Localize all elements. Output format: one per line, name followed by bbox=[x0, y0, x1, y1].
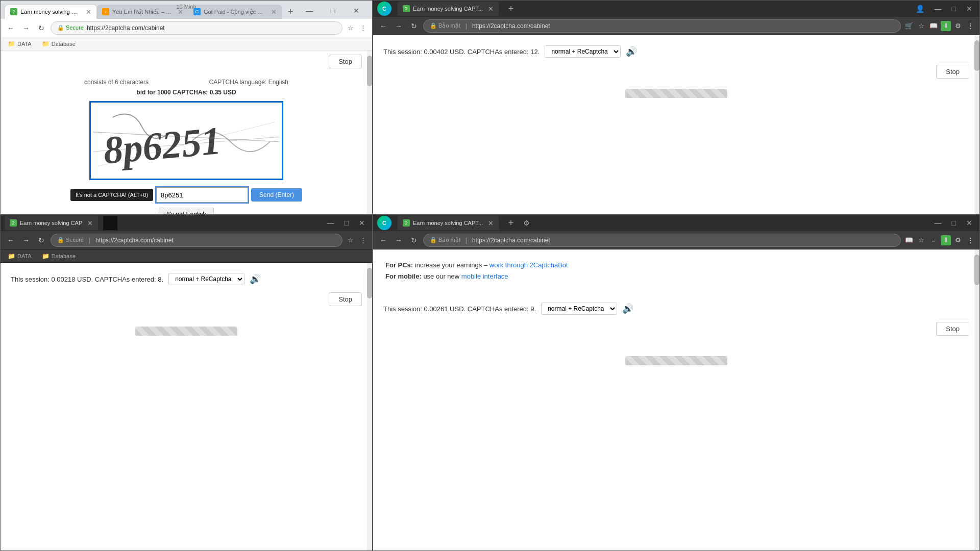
tab-close-q3[interactable]: ✕ bbox=[87, 219, 93, 227]
tab-close-q2[interactable]: ✕ bbox=[488, 5, 494, 13]
new-tab-q2[interactable]: + bbox=[504, 2, 518, 16]
forward-btn-q1[interactable]: → bbox=[20, 22, 32, 34]
not-captcha-btn[interactable]: It's not a CAPTCHA! (ALT+0) bbox=[70, 189, 153, 201]
nav-bar-q3: ← → ↻ 🔒 Secure | https://2captcha.com/ca… bbox=[1, 231, 372, 249]
send-btn[interactable]: Send (Enter) bbox=[251, 188, 302, 202]
stop-btn-q1-top[interactable]: Stop bbox=[329, 55, 362, 68]
bookmark-database-q3[interactable]: 📁 Database bbox=[39, 252, 79, 261]
minimize-q3[interactable]: — bbox=[324, 218, 337, 228]
scrollbar-q4[interactable] bbox=[974, 249, 979, 550]
more-icon-q4[interactable]: ≡ bbox=[928, 235, 939, 245]
tab-label-q1-2: Yêu Em Rất Nhiều – H... bbox=[112, 9, 173, 15]
star-icon-q4[interactable]: ☆ bbox=[916, 235, 926, 245]
tab-q3[interactable]: 2 Earn money solving CAP ✕ bbox=[5, 216, 98, 230]
reload-btn-q1[interactable]: ↻ bbox=[35, 22, 47, 34]
minimize-q2[interactable]: — bbox=[932, 4, 945, 14]
url-bar-q3[interactable]: 🔒 Secure | https://2captcha.com/cabinet bbox=[51, 234, 342, 247]
2captchabot-link[interactable]: work through 2CaptchaBot bbox=[489, 261, 568, 269]
star-icon-q1[interactable]: ☆ bbox=[346, 23, 356, 33]
menu-icon-q2[interactable]: ⋮ bbox=[965, 21, 975, 31]
session-dropdown-q3[interactable]: normal + ReCaptcha bbox=[168, 273, 244, 285]
tab-earn-money-q1[interactable]: 2 Earn money solving CAP ✕ bbox=[5, 5, 97, 19]
tab-label-q1-3: Got Paid - Công việc ca... bbox=[204, 9, 266, 15]
secure-icon-q1: 🔒 Secure bbox=[57, 24, 84, 31]
forward-btn-q2[interactable]: → bbox=[393, 20, 405, 32]
mobile-interface-link[interactable]: mobile interface bbox=[461, 272, 508, 280]
nav-bar-q4: ← → ↻ 🔒 Bảo mật | https://2captcha.com/c… bbox=[373, 231, 979, 249]
captcha-input[interactable] bbox=[156, 187, 248, 203]
menu-icon-q4[interactable]: ⋮ bbox=[965, 235, 975, 245]
tab-black-q3[interactable] bbox=[103, 216, 117, 230]
settings-icon-q2[interactable]: ⚙ bbox=[953, 21, 963, 31]
for-mobile-label: For mobile: bbox=[385, 272, 422, 280]
close-q2[interactable]: ✕ bbox=[963, 4, 975, 14]
tab-got-paid-q1[interactable]: G Got Paid - Công việc ca... ✕ bbox=[188, 5, 282, 19]
tab-favicon-q4: 2 bbox=[403, 219, 410, 227]
forward-btn-q3[interactable]: → bbox=[20, 234, 32, 246]
bookmark-icon-q4[interactable]: 📖 bbox=[904, 235, 914, 245]
speaker-icon-q4[interactable]: 🔊 bbox=[622, 303, 633, 314]
tab-yeu-em-q1[interactable]: ♪ Yêu Em Rất Nhiều – H... ✕ bbox=[97, 5, 188, 19]
close-q4[interactable]: ✕ bbox=[963, 218, 975, 228]
win-controls-q3: — □ ✕ bbox=[324, 218, 368, 228]
new-tab-q4[interactable]: + bbox=[504, 216, 518, 230]
back-btn-q1[interactable]: ← bbox=[5, 22, 17, 34]
bookmark-database-q1[interactable]: 📁 Database bbox=[39, 39, 79, 48]
scrollbar-q2[interactable] bbox=[974, 35, 979, 214]
tab-close-q1-3[interactable]: ✕ bbox=[271, 8, 277, 16]
url-text-q3: https://2captcha.com/cabinet bbox=[95, 237, 174, 244]
speaker-icon-q2[interactable]: 🔊 bbox=[626, 46, 637, 57]
session-dropdown-q4[interactable]: normal + ReCaptcha bbox=[541, 303, 617, 315]
bookmarks-bar-q1: 📁 DATA 📁 Database bbox=[1, 37, 372, 51]
maximize-btn-q1[interactable]: □ bbox=[321, 3, 345, 19]
title-bar-q2: C 2 Earn money solving CAPT... ✕ + 👤 — □… bbox=[373, 1, 979, 17]
close-btn-q1[interactable]: ✕ bbox=[345, 3, 368, 19]
tab-close-q4[interactable]: ✕ bbox=[488, 219, 494, 227]
maximize-q2[interactable]: □ bbox=[949, 4, 959, 14]
star-icon-q3[interactable]: ☆ bbox=[346, 235, 356, 245]
download-icon-q4[interactable]: ⬇ bbox=[941, 235, 951, 245]
star-icon-q2[interactable]: ☆ bbox=[916, 21, 926, 31]
scrollbar-q3[interactable] bbox=[367, 263, 372, 550]
bookmark-icon-q2[interactable]: 📖 bbox=[928, 21, 939, 31]
basket-icon-q2[interactable]: 🛒 bbox=[904, 21, 914, 31]
minimize-q4[interactable]: — bbox=[932, 218, 945, 228]
scrollbar-q1[interactable] bbox=[367, 51, 372, 214]
stop-btn-q3[interactable]: Stop bbox=[329, 292, 362, 306]
captcha-image-box: 8p6251 bbox=[89, 101, 283, 180]
back-btn-q4[interactable]: ← bbox=[377, 234, 389, 246]
bookmark-data-q3[interactable]: 📁 DATA bbox=[5, 252, 35, 261]
back-btn-q3[interactable]: ← bbox=[5, 234, 17, 246]
maximize-q3[interactable]: □ bbox=[341, 218, 352, 228]
back-btn-q2[interactable]: ← bbox=[377, 20, 389, 32]
user-icon-q2[interactable]: 👤 bbox=[913, 4, 927, 14]
tab-q4[interactable]: 2 Earn money solving CAPT... ✕ bbox=[398, 216, 499, 230]
settings-icon-q4[interactable]: ⚙ bbox=[953, 235, 963, 245]
url-bar-q4[interactable]: 🔒 Bảo mật | https://2captcha.com/cabinet bbox=[423, 234, 901, 247]
stop-btn-q4[interactable]: Stop bbox=[936, 322, 969, 336]
tab-q2[interactable]: 2 Earn money solving CAPT... ✕ bbox=[398, 2, 499, 16]
minimize-btn-q1[interactable]: — bbox=[298, 3, 321, 19]
new-tab-btn-q1[interactable]: + bbox=[284, 5, 298, 19]
settings-icon-title-q4[interactable]: ⚙ bbox=[523, 219, 530, 227]
stop-btn-q2[interactable]: Stop bbox=[936, 65, 969, 79]
bookmark-data-q1[interactable]: 📁 DATA bbox=[5, 39, 35, 48]
menu-icon-q1[interactable]: ⋮ bbox=[358, 23, 368, 33]
maximize-q4[interactable]: □ bbox=[949, 218, 959, 228]
reload-btn-q4[interactable]: ↻ bbox=[408, 234, 420, 246]
nav-right-q1: ☆ ⋮ bbox=[346, 23, 368, 33]
reload-btn-q2[interactable]: ↻ bbox=[408, 20, 420, 32]
close-q3[interactable]: ✕ bbox=[356, 218, 368, 228]
captcha-page-q1: consists of 6 characters CAPTCHA languag… bbox=[1, 68, 372, 214]
session-dropdown-q2[interactable]: normal + ReCaptcha bbox=[545, 45, 621, 58]
reload-btn-q3[interactable]: ↻ bbox=[35, 234, 47, 246]
download-icon-q2[interactable]: ⬇ bbox=[941, 21, 951, 31]
menu-icon-q3[interactable]: ⋮ bbox=[358, 235, 368, 245]
url-bar-q1[interactable]: 🔒 Secure https://2captcha.com/cabinet bbox=[51, 21, 342, 35]
url-bar-q2[interactable]: 🔒 Bảo mật | https://2captcha.com/cabinet bbox=[423, 19, 901, 33]
tab-close-q1-1[interactable]: ✕ bbox=[86, 8, 91, 16]
not-english-btn[interactable]: It's not English bbox=[159, 208, 214, 214]
folder-icon-q1-2: 📁 bbox=[42, 40, 50, 47]
speaker-icon-q3[interactable]: 🔊 bbox=[250, 273, 261, 285]
forward-btn-q4[interactable]: → bbox=[393, 234, 405, 246]
